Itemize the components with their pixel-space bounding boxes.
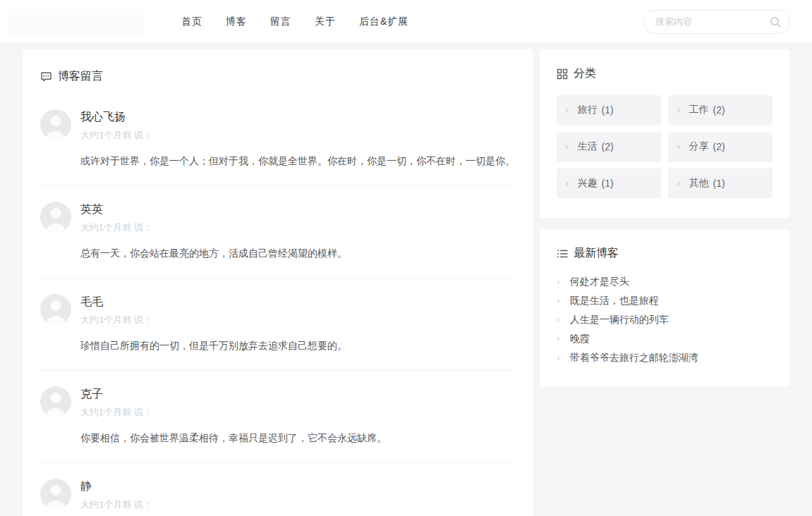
comment-time: 大约1个月前 说： [80,498,515,511]
avatar [40,294,71,325]
main-nav: 首页 博客 留言 关于 后台&扩展 [181,16,408,28]
avatar [40,386,71,417]
category-label: 旅行 [578,104,598,116]
comment-time: 大约1个月前 说： [80,129,515,142]
avatar [40,202,71,233]
comment-item: 静 大约1个月前 说： 无论你有多喜欢一个男人，不要把时间和尽力全部用到那个男人… [40,463,515,516]
categories-panel-header: 分类 [557,66,772,81]
latest-posts-panel-title: 最新博客 [574,246,619,261]
nav-item-about[interactable]: 关于 [315,16,336,28]
category-count: (2) [713,141,725,152]
category-grid: › 旅行 (1) › 工作 (2) › 生活 (2) › 分享 (2) [557,95,772,198]
latest-posts-list: › 何处才是尽头 › 既是生活，也是旅程 › 人生是一辆行动的列车 › 晚霞 › [557,272,772,367]
latest-post-item[interactable]: › 既是生活，也是旅程 [557,291,772,310]
comment-text: 你要相信，你会被世界温柔相待，幸福只是迟到了，它不会永远缺席。 [80,431,515,446]
comments-panel: 博客留言 我心飞扬 大约1个月前 说： 或许对于世界，你是一个人；但对于我，你就… [23,49,533,516]
grid-icon [557,68,568,80]
chevron-right-icon: › [557,315,560,325]
category-label: 其他 [689,177,709,190]
latest-post-title: 何处才是尽头 [570,276,629,288]
latest-post-item[interactable]: › 晚霞 [557,329,772,348]
avatar [40,109,71,140]
chevron-right-icon: › [557,277,560,287]
comment-bubble-icon [40,70,52,82]
top-header: 首页 博客 留言 关于 后台&扩展 [0,0,812,44]
category-item-interest[interactable]: › 兴趣 (1) [557,168,661,198]
category-count: (2) [602,141,614,152]
latest-posts-panel-header: 最新博客 [557,246,772,261]
category-label: 分享 [689,140,709,153]
search-icon[interactable] [769,16,782,28]
chevron-right-icon: › [557,353,560,363]
comment-author: 英英 [80,202,515,217]
nav-item-messages[interactable]: 留言 [270,16,291,28]
latest-post-item[interactable]: › 带着爷爷去旅行之邮轮澎湖湾 [557,348,772,367]
latest-post-item[interactable]: › 何处才是尽头 [557,272,772,291]
categories-panel-title: 分类 [574,66,596,81]
latest-posts-panel: 最新博客 › 何处才是尽头 › 既是生活，也是旅程 › 人生是一辆行动的列车 ›… [540,229,789,387]
category-item-other[interactable]: › 其他 (1) [668,168,772,198]
category-label: 兴趣 [578,177,598,190]
avatar [40,479,71,510]
comment-text: 总有一天，你会站在最亮的地方，活成自己曾经渴望的模样。 [80,246,515,261]
search-box [643,10,790,34]
chevron-right-icon: › [557,296,560,306]
category-item-life[interactable]: › 生活 (2) [557,132,661,161]
category-item-share[interactable]: › 分享 (2) [668,132,772,161]
chevron-right-icon: › [565,104,569,116]
latest-post-title: 人生是一辆行动的列车 [570,314,669,326]
category-item-work[interactable]: › 工作 (2) [668,95,772,125]
category-count: (1) [602,104,614,116]
category-count: (1) [713,178,725,189]
search-input[interactable] [643,10,790,34]
nav-item-home[interactable]: 首页 [181,16,202,28]
nav-item-blog[interactable]: 博客 [226,16,247,28]
chevron-right-icon: › [677,141,681,152]
sidebar: 分类 › 旅行 (1) › 工作 (2) › 生活 (2) [540,49,789,387]
chevron-right-icon: › [565,178,569,189]
comment-list: 我心飞扬 大约1个月前 说： 或许对于世界，你是一个人；但对于我，你就是全世界。… [40,94,515,516]
chevron-right-icon: › [565,141,569,152]
comment-text: 或许对于世界，你是一个人；但对于我，你就是全世界。你在时，你是一切，你不在时，一… [80,154,515,168]
comment-time: 大约1个月前 说： [80,314,515,326]
comment-text: 珍惜自己所拥有的一切，但是千万别放弃去追求自己想要的。 [80,338,515,353]
chevron-right-icon: › [677,104,681,116]
comment-author: 毛毛 [80,295,515,309]
comment-author: 克子 [80,387,515,402]
category-label: 生活 [578,140,598,153]
comment-item: 克子 大约1个月前 说： 你要相信，你会被世界温柔相待，幸福只是迟到了，它不会永… [40,371,515,463]
comments-panel-header: 博客留言 [40,69,515,84]
category-count: (1) [602,178,614,189]
category-label: 工作 [689,104,709,116]
latest-post-title: 带着爷爷去旅行之邮轮澎湖湾 [570,352,698,364]
comment-time: 大约1个月前 说： [80,406,515,419]
comment-item: 我心飞扬 大约1个月前 说： 或许对于世界，你是一个人；但对于我，你就是全世界。… [40,94,515,186]
comment-author: 静 [80,479,515,494]
nav-item-admin[interactable]: 后台&扩展 [359,16,408,28]
latest-post-item[interactable]: › 人生是一辆行动的列车 [557,310,772,329]
comment-time: 大约1个月前 说： [80,221,515,234]
category-count: (2) [713,104,725,116]
comment-item: 英英 大约1个月前 说： 总有一天，你会站在最亮的地方，活成自己曾经渴望的模样。 [40,186,515,278]
site-logo[interactable] [7,6,145,37]
chevron-right-icon: › [677,178,681,189]
category-item-travel[interactable]: › 旅行 (1) [557,95,661,125]
comment-author: 我心飞扬 [80,110,515,125]
comment-item: 毛毛 大约1个月前 说： 珍惜自己所拥有的一切，但是千万别放弃去追求自己想要的。 [40,278,515,371]
categories-panel: 分类 › 旅行 (1) › 工作 (2) › 生活 (2) [540,49,789,218]
latest-post-title: 晚霞 [570,333,590,345]
latest-post-title: 既是生活，也是旅程 [570,295,659,307]
comments-panel-title: 博客留言 [58,69,103,84]
chevron-right-icon: › [557,334,560,344]
list-icon [557,248,568,259]
